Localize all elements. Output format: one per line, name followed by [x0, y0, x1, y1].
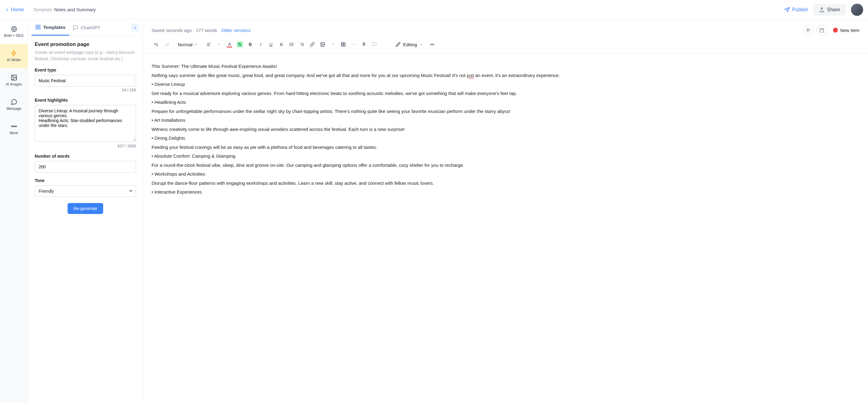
- content-line: • Dining Delights: [152, 134, 860, 142]
- align-dropdown[interactable]: [214, 39, 224, 49]
- rail-brief-seo[interactable]: Brief + SEO: [0, 20, 28, 44]
- collapse-sidebar-button[interactable]: [131, 24, 139, 32]
- strike-button[interactable]: S: [276, 39, 286, 49]
- table-icon: [341, 42, 346, 47]
- clear-format-button[interactable]: [359, 39, 369, 49]
- italic-button[interactable]: I: [256, 39, 266, 49]
- image-dropdown[interactable]: [328, 39, 338, 49]
- link-button[interactable]: [307, 39, 317, 49]
- add-user-button[interactable]: [803, 25, 813, 35]
- svg-rect-9: [36, 28, 37, 29]
- avatar[interactable]: [851, 4, 863, 16]
- template-label: Template: Notes and Summary: [33, 7, 96, 12]
- template-form: Event promotion page Create an event web…: [28, 36, 143, 219]
- highlight-icon: ✎: [237, 42, 243, 47]
- font-color-button[interactable]: A: [225, 39, 234, 49]
- content-line: This Summer: The Ultimate Music Festival…: [152, 62, 860, 70]
- align-button[interactable]: [204, 39, 214, 49]
- save-status: Saved seconds ago: [152, 28, 192, 33]
- regenerate-button[interactable]: Re-generate: [68, 203, 103, 214]
- sidebar-tabs: Templates ChatGPT: [28, 20, 143, 36]
- target-icon: [11, 26, 17, 32]
- content-line: Feeding your festival cravings will be a…: [152, 143, 860, 151]
- content-line: Prepare for unforgettable performances u…: [152, 107, 860, 115]
- tab-chatgpt[interactable]: ChatGPT: [69, 20, 104, 35]
- comment-button[interactable]: [370, 39, 379, 49]
- underline-button[interactable]: U: [266, 39, 276, 49]
- tone-select[interactable]: Friendly: [35, 185, 136, 197]
- calendar-button[interactable]: [816, 25, 827, 35]
- chevron-down-icon: [194, 42, 198, 46]
- editor-content[interactable]: This Summer: The Ultimate Music Festival…: [143, 54, 868, 403]
- content-line: • Absolute Comfort: Camping & Glamping: [152, 152, 860, 160]
- highlight-button[interactable]: ✎: [235, 39, 245, 49]
- align-left-icon: [206, 42, 211, 47]
- home-text: Home: [11, 7, 24, 12]
- content-line: • Workshops and Activities: [152, 170, 860, 178]
- highlights-textarea[interactable]: Diverse Lineup: A musical journey throug…: [35, 105, 136, 142]
- image-icon: [320, 42, 325, 47]
- highlights-counter: 437 / 1000: [35, 144, 136, 148]
- rail-ai-images[interactable]: AI Images: [0, 68, 28, 93]
- publish-button[interactable]: Publish: [779, 5, 813, 15]
- event-type-input[interactable]: [35, 75, 136, 87]
- new-item-indicator[interactable]: New Item: [833, 28, 860, 33]
- content-line: Nothing says summer quite like great mus…: [152, 71, 860, 80]
- svg-point-0: [11, 27, 17, 32]
- words-input[interactable]: [35, 161, 136, 173]
- event-type-counter: 14 / 150: [35, 88, 136, 92]
- paragraph-style-select[interactable]: Normal: [175, 41, 201, 49]
- topbar: Home Template: Notes and Summary Publish…: [0, 0, 868, 20]
- ordered-list-icon: 12: [300, 42, 304, 47]
- chevron-down-icon: [420, 42, 423, 46]
- rail-ai-writer[interactable]: AI Writer: [0, 44, 28, 68]
- share-button[interactable]: Share: [813, 4, 846, 16]
- clear-format-icon: [362, 42, 366, 47]
- table-button[interactable]: [338, 39, 348, 49]
- svg-point-5: [13, 126, 14, 127]
- image-icon: [11, 74, 17, 81]
- svg-point-3: [12, 76, 13, 77]
- svg-point-6: [15, 126, 17, 127]
- image-button[interactable]: [318, 39, 328, 49]
- form-title: Event promotion page: [35, 41, 136, 48]
- send-icon: [784, 7, 790, 12]
- redo-button[interactable]: [162, 39, 172, 49]
- chevron-down-icon: [218, 43, 221, 46]
- link-icon: [310, 42, 315, 47]
- underline-icon: U: [269, 42, 272, 47]
- rail-message[interactable]: Message: [0, 93, 28, 117]
- content-line: • Art Installations: [152, 116, 860, 124]
- svg-rect-7: [36, 25, 37, 27]
- content-line: Witness creativity come to life through …: [152, 125, 860, 133]
- content-line: Get ready for a musical adventure explor…: [152, 90, 860, 97]
- content-line: • Diverse Lineup: [152, 80, 860, 88]
- svg-rect-12: [820, 29, 824, 32]
- svg-rect-10: [39, 28, 40, 29]
- chat-icon: [11, 99, 17, 105]
- svg-point-11: [807, 29, 808, 30]
- undo-button[interactable]: [152, 39, 161, 49]
- strike-icon: S: [280, 42, 283, 47]
- bold-button[interactable]: B: [245, 39, 255, 49]
- table-dropdown[interactable]: [349, 39, 359, 49]
- bullet-list-button[interactable]: [287, 39, 297, 49]
- svg-point-1: [13, 28, 15, 30]
- tab-templates[interactable]: Templates: [32, 20, 69, 36]
- older-versions-link[interactable]: Older versions: [221, 28, 251, 33]
- words-label: Number of words: [35, 154, 136, 159]
- svg-point-33: [430, 44, 431, 45]
- editor-header: Saved seconds ago 277 words Older versio…: [143, 20, 868, 35]
- ordered-list-button[interactable]: 12: [297, 39, 307, 49]
- template-name: Notes and Summary: [54, 7, 96, 12]
- more-toolbar-button[interactable]: [427, 39, 437, 49]
- svg-point-17: [290, 44, 290, 44]
- pencil-icon: [396, 42, 401, 47]
- svg-point-4: [11, 126, 12, 127]
- calendar-icon: [819, 28, 824, 33]
- word-count: 277 words: [196, 28, 217, 33]
- home-link[interactable]: Home: [5, 7, 24, 12]
- rail-more[interactable]: More: [0, 117, 28, 141]
- editing-mode-select[interactable]: Editing: [392, 40, 427, 49]
- chevron-down-icon: [332, 43, 335, 46]
